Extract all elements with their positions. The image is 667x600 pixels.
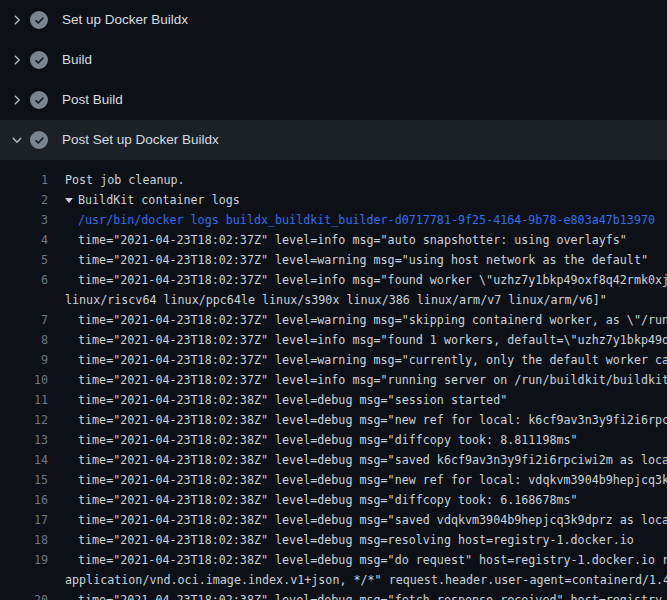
log-text: time="2021-04-23T18:02:38Z" level=debug …: [78, 430, 578, 450]
triangle-down-icon: [65, 198, 73, 203]
line-number[interactable]: 14: [0, 450, 48, 470]
log-line: 11 time="2021-04-23T18:02:38Z" level=deb…: [0, 390, 667, 410]
line-number[interactable]: 10: [0, 370, 48, 390]
chevron-right-icon: [11, 54, 23, 66]
log-line: 13 time="2021-04-23T18:02:38Z" level=deb…: [0, 430, 667, 450]
log-line: 16 time="2021-04-23T18:02:38Z" level=deb…: [0, 490, 667, 510]
log-line: 7 time="2021-04-23T18:02:37Z" level=warn…: [0, 310, 667, 330]
line-number[interactable]: 19: [0, 550, 48, 570]
step-label: Build: [62, 40, 92, 80]
log-line: 9 time="2021-04-23T18:02:37Z" level=warn…: [0, 350, 667, 370]
line-number[interactable]: 3: [0, 210, 48, 230]
log-text: time="2021-04-23T18:02:38Z" level=debug …: [78, 410, 667, 430]
log-text: linux/riscv64 linux/ppc64le linux/s390x …: [65, 290, 607, 310]
log-text: time="2021-04-23T18:02:38Z" level=debug …: [78, 390, 507, 410]
log-text: time="2021-04-23T18:02:38Z" level=debug …: [78, 530, 634, 550]
line-number[interactable]: 18: [0, 530, 48, 550]
log-line: 8 time="2021-04-23T18:02:37Z" level=info…: [0, 330, 667, 350]
check-circle-icon: [30, 91, 48, 109]
log-command-text: /usr/bin/docker logs buildx_buildkit_bui…: [78, 210, 655, 230]
log-line: 10 time="2021-04-23T18:02:37Z" level=inf…: [0, 370, 667, 390]
step-label: Post Build: [62, 80, 123, 120]
line-number[interactable]: 8: [0, 330, 48, 350]
check-circle-icon: [30, 11, 48, 29]
steps-list: Set up Docker Buildx Build Post Build Po…: [0, 0, 667, 160]
line-number[interactable]: 1: [0, 170, 48, 190]
log-line: 15 time="2021-04-23T18:02:38Z" level=deb…: [0, 470, 667, 490]
chevron-right-icon: [11, 14, 23, 26]
line-number[interactable]: 4: [0, 230, 48, 250]
log-line: 1 Post job cleanup.: [0, 170, 667, 190]
log-line: 2 BuildKit container logs: [0, 190, 667, 210]
log-line: linux/riscv64 linux/ppc64le linux/s390x …: [0, 290, 667, 310]
log-line: 4 time="2021-04-23T18:02:37Z" level=info…: [0, 230, 667, 250]
log-text: time="2021-04-23T18:02:37Z" level=info m…: [78, 230, 627, 250]
log-text: time="2021-04-23T18:02:38Z" level=debug …: [78, 510, 667, 530]
step-label: Set up Docker Buildx: [62, 0, 188, 40]
log-text: time="2021-04-23T18:02:37Z" level=info m…: [78, 270, 667, 290]
line-number[interactable]: 15: [0, 470, 48, 490]
step-label: Post Set up Docker Buildx: [62, 120, 219, 160]
log-text: time="2021-04-23T18:02:37Z" level=warnin…: [78, 350, 667, 370]
log-line: 18 time="2021-04-23T18:02:38Z" level=deb…: [0, 530, 667, 550]
log-text: time="2021-04-23T18:02:37Z" level=warnin…: [78, 250, 648, 270]
log-line: 5 time="2021-04-23T18:02:37Z" level=warn…: [0, 250, 667, 270]
log-line: 14 time="2021-04-23T18:02:38Z" level=deb…: [0, 450, 667, 470]
line-number[interactable]: 5: [0, 250, 48, 270]
log-text: Post job cleanup.: [65, 170, 185, 190]
line-number[interactable]: 16: [0, 490, 48, 510]
log-text: time="2021-04-23T18:02:38Z" level=debug …: [78, 550, 667, 570]
log-line: 19 time="2021-04-23T18:02:38Z" level=deb…: [0, 550, 667, 570]
line-number[interactable]: 12: [0, 410, 48, 430]
log-text: time="2021-04-23T18:02:37Z" level=warnin…: [78, 310, 667, 330]
chevron-down-icon: [11, 134, 23, 146]
log-area: 1 Post job cleanup. 2 BuildKit container…: [0, 160, 667, 600]
check-circle-icon: [30, 51, 48, 69]
line-number[interactable]: 13: [0, 430, 48, 450]
log-text: time="2021-04-23T18:02:37Z" level=info m…: [78, 330, 667, 350]
log-line: 20 time="2021-04-23T18:02:38Z" level=deb…: [0, 590, 667, 600]
step-header-post-set-up-docker-buildx[interactable]: Post Set up Docker Buildx: [0, 120, 667, 160]
log-text: application/vnd.oci.image.index.v1+json,…: [65, 570, 667, 590]
line-number[interactable]: 6: [0, 270, 48, 290]
line-number[interactable]: 7: [0, 310, 48, 330]
line-number[interactable]: 20: [0, 590, 48, 600]
log-text: time="2021-04-23T18:02:38Z" level=debug …: [78, 590, 667, 600]
step-header-post-build[interactable]: Post Build: [0, 80, 667, 120]
log-line: 12 time="2021-04-23T18:02:38Z" level=deb…: [0, 410, 667, 430]
log-text: time="2021-04-23T18:02:38Z" level=debug …: [78, 490, 578, 510]
line-number[interactable]: 17: [0, 510, 48, 530]
log-text: time="2021-04-23T18:02:37Z" level=info m…: [78, 370, 667, 390]
log-text: time="2021-04-23T18:02:38Z" level=debug …: [78, 470, 667, 490]
step-header-set-up-docker-buildx[interactable]: Set up Docker Buildx: [0, 0, 667, 40]
line-number[interactable]: 2: [0, 190, 48, 210]
log-line: 6 time="2021-04-23T18:02:37Z" level=info…: [0, 270, 667, 290]
log-line: 17 time="2021-04-23T18:02:38Z" level=deb…: [0, 510, 667, 530]
log-text: time="2021-04-23T18:02:38Z" level=debug …: [78, 450, 667, 470]
chevron-right-icon: [11, 94, 23, 106]
check-circle-icon: [30, 131, 48, 149]
actions-log-viewer: Set up Docker Buildx Build Post Build Po…: [0, 0, 667, 600]
log-group-toggle[interactable]: BuildKit container logs: [65, 190, 240, 210]
log-line: application/vnd.oci.image.index.v1+json,…: [0, 570, 667, 590]
log-line: 3 /usr/bin/docker logs buildx_buildkit_b…: [0, 210, 667, 230]
line-number[interactable]: 9: [0, 350, 48, 370]
step-header-build[interactable]: Build: [0, 40, 667, 80]
line-number[interactable]: 11: [0, 390, 48, 410]
